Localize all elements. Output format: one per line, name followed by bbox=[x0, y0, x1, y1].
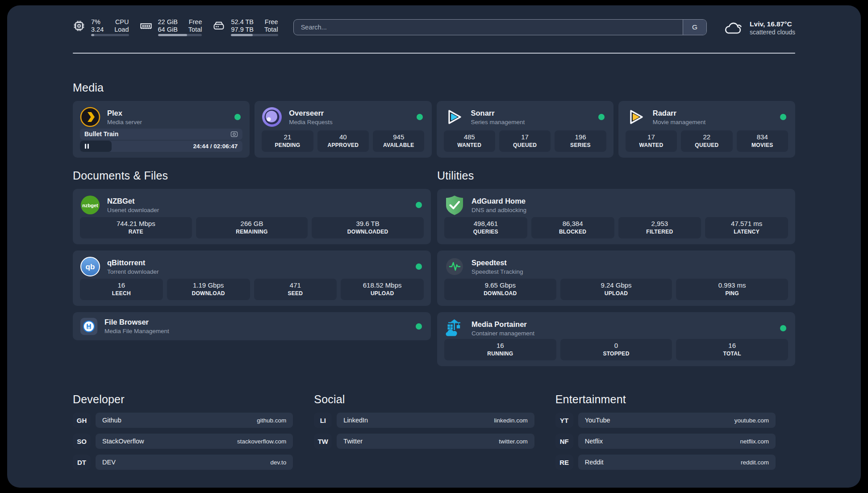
stat-value: 471 bbox=[256, 281, 335, 289]
camera-icon[interactable] bbox=[230, 130, 238, 138]
stat-value: 945 bbox=[375, 133, 422, 141]
stat-value: 9.24 Gbps bbox=[562, 281, 671, 289]
link-row-reddit[interactable]: RE Reddit reddit.com bbox=[555, 455, 776, 470]
stat-tile: 1.19 Gbps DOWNLOAD bbox=[167, 279, 250, 300]
stat-label: QUEUED bbox=[683, 142, 730, 149]
link-url: stackoverflow.com bbox=[237, 438, 286, 445]
app-subtitle: DNS and adblocking bbox=[472, 207, 526, 214]
status-online-dot bbox=[417, 114, 423, 120]
app-card-portainer[interactable]: Media Portainer Container management 16 … bbox=[437, 312, 795, 366]
cpu-load-label: Load bbox=[114, 26, 129, 33]
stat-label: QUEUED bbox=[501, 142, 549, 149]
hard-drive-icon bbox=[213, 20, 225, 32]
cpu-label: CPU bbox=[114, 18, 129, 26]
storage-total: 97.9 TB bbox=[231, 26, 254, 33]
link-row-twitter[interactable]: TW Twitter twitter.com bbox=[314, 434, 534, 449]
app-title: File Browser bbox=[104, 318, 169, 326]
stat-tile: 0 STOPPED bbox=[560, 339, 672, 360]
stat-value: 2,953 bbox=[620, 220, 700, 228]
app-title: Speedtest bbox=[472, 258, 523, 267]
memory-free: 22 GiB bbox=[158, 18, 178, 26]
link-abbr: SO bbox=[73, 434, 91, 449]
stat-tile: 21 PENDING bbox=[262, 130, 313, 152]
stat-tile: 39.6 TB DOWNLOADED bbox=[312, 217, 424, 238]
app-subtitle: Media Requests bbox=[289, 119, 333, 126]
link-row-stackoverflow[interactable]: SO StackOverflow stackoverflow.com bbox=[73, 434, 293, 449]
stat-tile: 16 RUNNING bbox=[444, 339, 556, 360]
stat-label: REMAINING bbox=[198, 229, 306, 235]
link-name: Reddit bbox=[585, 459, 604, 466]
section-title-entertainment: Entertainment bbox=[555, 393, 776, 406]
link-row-github[interactable]: GH Github github.com bbox=[73, 413, 293, 428]
app-subtitle: Movie management bbox=[653, 119, 706, 126]
link-row-dev[interactable]: DT DEV dev.to bbox=[73, 455, 293, 470]
overseerr-icon bbox=[262, 107, 282, 127]
link-url: twitter.com bbox=[499, 438, 528, 445]
app-card-plex[interactable]: Plex Media server Bullet Train bbox=[73, 101, 250, 158]
app-card-qbittorrent[interactable]: qb qBittorrent Torrent downloader bbox=[73, 251, 431, 306]
cpu-metric: 7% 3.24 CPU Load bbox=[73, 18, 129, 36]
stat-label: STOPPED bbox=[562, 351, 671, 357]
stat-label: APPROVED bbox=[319, 142, 367, 149]
playback-progress-bar[interactable]: 24:44 / 02:06:47 bbox=[80, 141, 242, 152]
pause-icon[interactable] bbox=[85, 144, 89, 149]
search-engine-button[interactable]: G bbox=[683, 20, 706, 35]
stat-label: RUNNING bbox=[446, 351, 555, 357]
cpu-icon bbox=[73, 20, 85, 32]
stat-value: 196 bbox=[556, 133, 604, 141]
stat-tile: 2,953 FILTERED bbox=[618, 217, 701, 238]
section-title-media: Media bbox=[73, 81, 795, 94]
stat-value: 39.6 TB bbox=[313, 220, 422, 228]
app-card-speedtest[interactable]: Speedtest Speedtest Tracking 9.65 Gbps D… bbox=[437, 251, 795, 306]
app-title: NZBGet bbox=[107, 196, 159, 205]
link-url: youtube.com bbox=[734, 417, 769, 424]
plex-icon bbox=[80, 107, 100, 127]
stat-tile: 498,461 QUERIES bbox=[444, 217, 527, 238]
memory-total: 64 GiB bbox=[158, 26, 178, 33]
stat-value: 266 GB bbox=[198, 220, 306, 228]
stat-label: LEECH bbox=[82, 290, 161, 297]
app-subtitle: Usenet downloader bbox=[107, 207, 159, 214]
stat-label: MOVIES bbox=[739, 142, 786, 149]
app-card-overseerr[interactable]: Overseerr Media Requests 21 PENDING 40 A… bbox=[255, 101, 431, 158]
app-card-filebrowser[interactable]: File Browser Media File Management bbox=[73, 312, 431, 340]
now-playing-row: Bullet Train bbox=[80, 129, 242, 140]
stat-tile: 744.21 Mbps RATE bbox=[80, 217, 192, 238]
now-playing-title: Bullet Train bbox=[84, 130, 118, 138]
link-row-netflix[interactable]: NF Netflix netflix.com bbox=[555, 434, 776, 449]
stat-value: 834 bbox=[739, 133, 786, 141]
app-card-radarr[interactable]: Radarr Movie management 17 WANTED 22 QUE… bbox=[618, 101, 795, 158]
stat-value: 0 bbox=[562, 342, 671, 350]
storage-free: 52.4 TB bbox=[231, 18, 254, 26]
app-title: Overseerr bbox=[289, 109, 333, 117]
stat-tile: 9.65 Gbps DOWNLOAD bbox=[444, 279, 556, 300]
app-title: Sonarr bbox=[471, 109, 525, 117]
stat-label: BLOCKED bbox=[533, 229, 613, 235]
stat-tile: 834 MOVIES bbox=[737, 130, 788, 152]
stat-tile: 618.52 Mbps UPLOAD bbox=[341, 279, 424, 300]
link-row-youtube[interactable]: YT YouTube youtube.com bbox=[555, 413, 776, 428]
stat-tile: 47.571 ms LATENCY bbox=[705, 217, 788, 238]
status-online-dot bbox=[416, 263, 422, 270]
app-card-nzbget[interactable]: nzbget NZBGet Usenet downloader 74 bbox=[73, 189, 431, 244]
app-card-sonarr[interactable]: Sonarr Series management 485 WANTED 17 Q… bbox=[437, 101, 613, 158]
link-row-linkedin[interactable]: LI LinkedIn linkedin.com bbox=[314, 413, 534, 428]
stat-value: 485 bbox=[446, 133, 493, 141]
stat-label: WANTED bbox=[446, 142, 493, 149]
stat-label: QUERIES bbox=[446, 229, 526, 235]
link-name: Twitter bbox=[343, 438, 363, 445]
search-bar[interactable]: G bbox=[293, 19, 707, 35]
stat-tile: 22 QUEUED bbox=[681, 130, 732, 152]
nzbget-icon: nzbget bbox=[80, 195, 100, 215]
app-card-adguard[interactable]: AdGuard Home DNS and adblocking 498,461 … bbox=[437, 189, 795, 244]
section-title-developer: Developer bbox=[73, 393, 293, 406]
storage-progress-bar bbox=[231, 34, 278, 36]
search-input[interactable] bbox=[294, 20, 706, 35]
speedtest-icon bbox=[444, 256, 465, 277]
weather-widget: Lviv, 16.87°C scattered clouds bbox=[723, 19, 795, 36]
stat-tile: 17 WANTED bbox=[626, 130, 677, 152]
link-abbr: GH bbox=[73, 413, 91, 428]
app-title: Radarr bbox=[653, 109, 706, 117]
stat-tile: 196 SERIES bbox=[555, 130, 606, 152]
stat-value: 17 bbox=[627, 133, 675, 141]
